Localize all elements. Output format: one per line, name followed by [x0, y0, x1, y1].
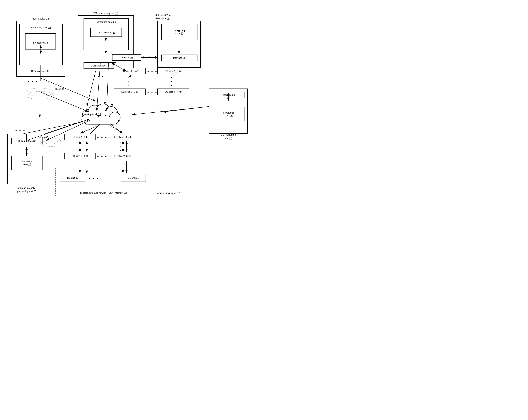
diagram: user device 12 computing core 26 DSproce… — [0, 0, 264, 210]
ds-managing-computing-box: computingcore 26 — [213, 107, 244, 121]
user-device-12-outer: user device 12 computing core 26 DSproce… — [16, 21, 65, 77]
dots-ec-top-v2: ••• — [171, 76, 172, 88]
ds-managing-interface-box: interface 33 — [213, 91, 244, 98]
ds-proc-ds-label: DS processing 34 — [97, 31, 115, 34]
user-device-14-interface-label: interface 30 — [173, 57, 186, 59]
slices-45-svg — [40, 137, 61, 148]
storage-integrity-computing-label: computingcore 26 — [22, 160, 33, 166]
slices-11-label: slices 11 — [55, 88, 64, 90]
dots-user-device-12: • • • — [28, 79, 38, 84]
user-device-12-dsn-box: DSN interface 32 — [24, 68, 56, 74]
svg-point-34 — [26, 91, 53, 99]
dots-ec-bottom-v1: ••• — [77, 141, 78, 153]
storage-integrity-dsn-label: DSN interface 32 — [18, 140, 36, 142]
ec-slice-1-x-top-box: EC slice 1_X 44 — [157, 68, 189, 74]
ds-proc-computing-label: computing core 26 — [96, 21, 116, 23]
ds-managing-unit-outer: interface 33 computingcore 26 DS managin… — [209, 89, 248, 134]
network-label: network 24 — [89, 113, 101, 116]
user-device-12-ds-label: DSprocessing 34 — [33, 39, 48, 44]
dots-ds-proc-16: • • • — [94, 74, 104, 79]
dots-ec-top-v1: ••• — [128, 76, 129, 88]
storage-integrity-title: storage integrityprocessing unit 20 — [17, 186, 36, 193]
ec-slice-1-1-bottom-box: EC slice 1_1 42 — [64, 134, 96, 140]
ec-slice-1-x-bottom-box: EC slice 1_X 44 — [107, 134, 138, 140]
ec-slice-y-x-bottom-box: EC slice Y_X 48 — [107, 153, 138, 159]
ds-proc-ds-box: DS processing 34 — [90, 28, 122, 37]
dots-ds-units: • • • — [89, 176, 99, 181]
interface-30-left-box: interface 30 — [112, 54, 141, 61]
slices-45-area: slices 45 — [40, 137, 61, 149]
ec-slice-1-1-bottom-label: EC slice 1_1 42 — [72, 136, 88, 138]
ds-proc-dsn-box: DSN interface 32 — [84, 62, 116, 69]
user-device-12-ds-box: DSprocessing 34 — [25, 33, 56, 49]
svg-line-20 — [163, 107, 208, 112]
svg-line-58 — [132, 107, 209, 115]
ec-slice-y-x-bottom-label: EC slice Y_X 48 — [114, 155, 131, 157]
user-device-14-computing-label: computingcore 26 — [174, 29, 185, 35]
ds-processing-unit-16-title: DS processing unit 16 — [94, 12, 118, 15]
user-device-14-interface-box: interface 30 — [161, 55, 197, 61]
ds-processing-unit-16-outer: DS processing unit 16 computing core 26 … — [78, 15, 134, 71]
dots-ec-bottom-h1: • • • — [97, 135, 107, 140]
ds-managing-interface-label: interface 33 — [223, 94, 235, 96]
slices-11-area: slices 11 — [25, 87, 54, 100]
ec-slice-1-1-top-label: EC slice 1_1 42 — [121, 70, 138, 72]
dots-ec-top-h2: • • • — [147, 90, 157, 95]
slices-45-label: slices 45 — [39, 136, 48, 138]
data-file-label: data file 38&/ordata block 40 — [156, 13, 171, 20]
ds-unit-1-label: DS unit 36 — [67, 177, 78, 179]
dots-ec-top-h1: • • • — [147, 69, 157, 74]
user-device-12-computing-box: computing core 26 DSprocessing 34 — [19, 24, 63, 65]
dsn-memory-outer: DS unit 36 • • • DS unit 36 dispersed st… — [55, 168, 151, 196]
network-cloud: network 24 — [78, 101, 121, 127]
ec-slice-y-1-top-label: EC slice Y_1 46 — [121, 91, 138, 93]
ec-slice-y-1-top-box: EC slice Y_1 46 — [114, 89, 145, 95]
dots-storage-integrity: • • • — [15, 128, 25, 133]
dots-ec-bottom-v2: ••• — [120, 141, 121, 153]
user-device-12-dsn-label: DSN interface 32 — [31, 70, 49, 72]
ds-proc-computing-box: computing core 26 DS processing 34 — [84, 18, 129, 50]
ec-slice-y-x-top-label: EC slice Y_X 48 — [165, 91, 182, 93]
ec-slice-1-x-top-label: EC slice 1_X 44 — [165, 70, 181, 72]
ds-managing-computing-label: computingcore 26 — [223, 112, 234, 117]
user-device-14-computing-box: computingcore 26 — [161, 24, 197, 40]
user-device-14-outer: user device 14 computingcore 26 interfac… — [157, 21, 201, 68]
ec-slice-y-x-top-box: EC slice Y_X 48 — [157, 89, 189, 95]
ds-managing-unit-title: DS managingunit 18 — [221, 133, 236, 140]
interface-30-left-label: interface 30 — [120, 56, 133, 59]
ds-proc-dsn-label: DSN interface 32 — [91, 64, 109, 67]
slices-11-svg — [25, 87, 54, 99]
ds-unit-2-box: DS unit 36 — [120, 174, 146, 182]
ec-slice-y-1-bottom-box: EC slice Y_1 46 — [64, 153, 96, 159]
ds-unit-1-box: DS unit 36 — [60, 174, 85, 182]
svg-point-33 — [26, 88, 53, 96]
svg-point-42 — [41, 138, 60, 144]
computing-system-10-label: computing system10 — [157, 192, 182, 195]
svg-point-43 — [41, 141, 60, 147]
ds-unit-2-label: DS unit 36 — [128, 177, 139, 179]
dots-ec-bottom-h2: • • • — [97, 154, 107, 159]
ec-slice-y-1-bottom-label: EC slice Y_1 46 — [72, 155, 88, 157]
user-device-12-title: user device 12 — [32, 17, 49, 20]
ec-slice-1-1-top-box: EC slice 1_1 42 — [114, 68, 145, 74]
dsn-memory-label: dispersed storage network (DSN) memory 2… — [80, 192, 127, 194]
storage-integrity-computing-box: computingcore 26 — [11, 156, 43, 170]
user-device-12-computing-label: computing core 26 — [31, 26, 51, 29]
storage-integrity-dsn-box: DSN interface 32 — [11, 138, 43, 144]
ec-slice-1-x-bottom-label: EC slice 1_X 44 — [114, 136, 131, 138]
